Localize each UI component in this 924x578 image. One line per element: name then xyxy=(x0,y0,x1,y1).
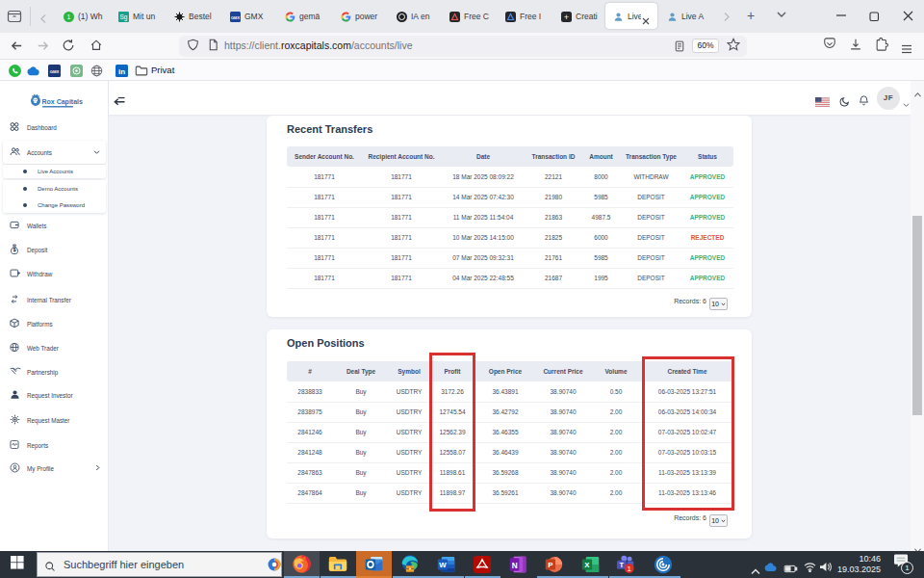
svg-text:GMX: GMX xyxy=(231,14,240,19)
svg-text:T: T xyxy=(620,561,625,569)
svg-text:N: N xyxy=(512,562,518,570)
svg-text:W: W xyxy=(439,561,447,569)
svg-text:$: $ xyxy=(13,248,16,252)
svg-text:Sg: Sg xyxy=(120,13,128,21)
svg-text:GMX: GMX xyxy=(50,69,60,74)
svg-text:1: 1 xyxy=(628,565,631,573)
svg-text:in: in xyxy=(118,67,125,76)
svg-text:X: X xyxy=(584,561,590,569)
svg-text:+: + xyxy=(564,12,569,21)
svg-text:1: 1 xyxy=(67,13,71,20)
svg-text:Rox Capitals: Rox Capitals xyxy=(42,98,84,106)
svg-text:P: P xyxy=(548,561,552,569)
